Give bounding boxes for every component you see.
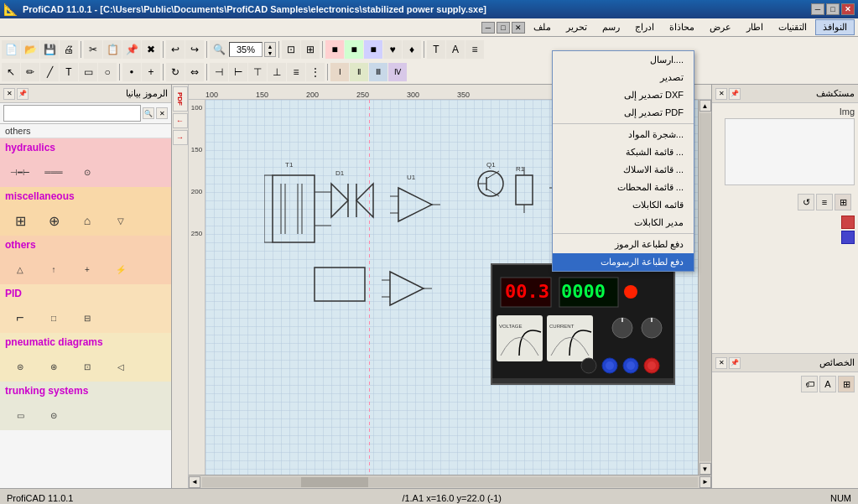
menu-frame[interactable]: اطار bbox=[740, 20, 770, 34]
mirror-tool[interactable]: ⇔ bbox=[185, 63, 204, 81]
sym-others-3[interactable]: + bbox=[74, 259, 101, 279]
dropdown-export-dxf[interactable]: DXF تصدير إلى bbox=[553, 86, 694, 104]
dropdown-print-drawings[interactable]: دفع لطباعة الرسومات bbox=[553, 253, 694, 271]
sym-pneumatic-4[interactable]: ◁ bbox=[107, 356, 134, 377]
zoom-up-button[interactable]: ▲ bbox=[268, 44, 273, 49]
new-button[interactable]: 📄 bbox=[2, 40, 20, 59]
color1-button[interactable]: ■ bbox=[325, 40, 344, 59]
menu-draw[interactable]: رسم bbox=[595, 20, 627, 34]
color-red-button[interactable] bbox=[841, 216, 855, 229]
menu-align[interactable]: محاذاة bbox=[663, 20, 701, 34]
junction-tool[interactable]: ● bbox=[122, 63, 141, 81]
props-pin-button[interactable]: 📌 bbox=[729, 357, 741, 369]
sys-close-button[interactable]: ✕ bbox=[512, 22, 525, 34]
dropdown-tree[interactable]: ...شجرة المواد bbox=[553, 126, 694, 143]
scroll-left-button[interactable]: ◄ bbox=[189, 476, 200, 488]
prop2-button[interactable]: A bbox=[446, 40, 465, 59]
pointer-tool[interactable]: ↖ bbox=[2, 63, 20, 81]
rp-btn3[interactable]: ↺ bbox=[798, 194, 814, 210]
grid-button[interactable]: ⊞ bbox=[301, 40, 320, 59]
left-panel-pin-button[interactable]: 📌 bbox=[17, 88, 29, 100]
pdf-btn3[interactable]: → bbox=[173, 130, 188, 145]
menu-windows[interactable]: النوافذ bbox=[815, 19, 855, 35]
sym-trunking-1[interactable]: ▭ bbox=[7, 405, 34, 425]
explorer-pin-button[interactable]: 📌 bbox=[729, 88, 741, 100]
center-v-button[interactable]: ⋮ bbox=[306, 63, 325, 81]
rp-btn2[interactable]: ≡ bbox=[816, 194, 833, 210]
color3-button[interactable]: ■ bbox=[364, 40, 382, 59]
layer1-button[interactable]: Ⅰ bbox=[330, 63, 349, 81]
color5-button[interactable]: ♦ bbox=[403, 40, 421, 59]
category-pid-label[interactable]: PID bbox=[0, 284, 171, 303]
zoom-down-button[interactable]: ▼ bbox=[268, 50, 273, 56]
layer2-button[interactable]: Ⅱ bbox=[350, 63, 368, 81]
search-input[interactable] bbox=[3, 105, 141, 122]
rect-tool[interactable]: ▭ bbox=[79, 63, 97, 81]
props-btn3[interactable]: 🏷 bbox=[801, 376, 818, 392]
category-trunking-label[interactable]: trunking systems bbox=[0, 382, 171, 400]
sym-pneumatic-2[interactable]: ⊛ bbox=[40, 356, 67, 377]
dropdown-send[interactable]: ....ارسال bbox=[553, 51, 694, 69]
zoom-in-button[interactable]: 🔍 bbox=[210, 40, 228, 59]
redo-button[interactable]: ↪ bbox=[185, 40, 204, 59]
vertical-scrollbar[interactable]: ▲ ▼ bbox=[698, 100, 711, 475]
sym-others-4[interactable]: ⚡ bbox=[107, 259, 134, 279]
sym-others-2[interactable]: ↑ bbox=[40, 259, 67, 279]
sym-misc-3[interactable]: ⌂ bbox=[74, 210, 101, 231]
save-button[interactable]: 💾 bbox=[40, 40, 59, 59]
sym-pid-1[interactable]: ⌐ bbox=[7, 308, 34, 328]
pdf-button[interactable]: PDF bbox=[173, 86, 188, 112]
paste-button[interactable]: 📌 bbox=[122, 40, 141, 59]
rotate-tool[interactable]: ↻ bbox=[166, 63, 185, 81]
align-right-button[interactable]: ⊢ bbox=[229, 63, 247, 81]
align-bottom-button[interactable]: ⊥ bbox=[268, 63, 286, 81]
search-button[interactable]: 🔍 bbox=[143, 107, 154, 119]
symbol-list[interactable]: hydraulics ⊣━⊢ ═══ ⊙ miscellaneous ⊞ ⊕ ⌂… bbox=[0, 138, 171, 488]
wire-tool[interactable]: ✏ bbox=[21, 63, 39, 81]
dropdown-stations-list[interactable]: ... قائمة المحطات bbox=[553, 179, 694, 196]
sym-misc-1[interactable]: ⊞ bbox=[7, 210, 34, 231]
dropdown-wires-list[interactable]: ... قائمة الاسلاك bbox=[553, 161, 694, 179]
scroll-up-button[interactable]: ▲ bbox=[699, 100, 711, 112]
close-button[interactable]: ✕ bbox=[841, 3, 855, 15]
dropdown-export-pdf[interactable]: PDF تصدير إلى bbox=[553, 104, 694, 122]
dropdown-cables-list[interactable]: قائمه الكابلات bbox=[553, 196, 694, 214]
print-button[interactable]: 🖨 bbox=[60, 40, 78, 59]
fit-button[interactable]: ⊡ bbox=[282, 40, 300, 59]
category-hydraulics-label[interactable]: hydraulics bbox=[0, 138, 171, 157]
layer3-button[interactable]: Ⅲ bbox=[369, 63, 387, 81]
align-left-button[interactable]: ⊣ bbox=[210, 63, 228, 81]
color2-button[interactable]: ■ bbox=[345, 40, 363, 59]
sym-misc-4[interactable]: ▽ bbox=[107, 210, 134, 231]
copy-button[interactable]: 📋 bbox=[103, 40, 122, 59]
props-close-button[interactable]: ✕ bbox=[715, 357, 727, 369]
sym-others-1[interactable]: △ bbox=[7, 259, 34, 279]
circle-tool[interactable]: ○ bbox=[98, 63, 117, 81]
scroll-down-button[interactable]: ▼ bbox=[699, 463, 711, 475]
props-btn1[interactable]: ⊞ bbox=[838, 376, 855, 392]
color4-button[interactable]: ♥ bbox=[383, 40, 402, 59]
prop3-button[interactable]: ≡ bbox=[465, 40, 484, 59]
clear-search-button[interactable]: ✕ bbox=[156, 107, 168, 119]
sym-hydraulics-2[interactable]: ═══ bbox=[40, 162, 67, 182]
category-misc-label[interactable]: miscellaneous bbox=[0, 187, 171, 205]
rp-btn1[interactable]: ⊞ bbox=[835, 194, 851, 210]
text-tool[interactable]: T bbox=[60, 63, 78, 81]
sym-pneumatic-3[interactable]: ⊡ bbox=[74, 356, 101, 377]
scrollbar-thumb-v[interactable] bbox=[699, 113, 711, 461]
category-others-label[interactable]: others bbox=[0, 236, 171, 254]
align-top-button[interactable]: ⊤ bbox=[248, 63, 267, 81]
color-blue-button[interactable] bbox=[841, 231, 855, 244]
line-tool[interactable]: ╱ bbox=[40, 63, 59, 81]
maximize-button[interactable]: □ bbox=[826, 3, 840, 15]
props-btn2[interactable]: A bbox=[819, 376, 836, 392]
sym-pneumatic-1[interactable]: ⊜ bbox=[7, 356, 34, 377]
pdf-btn2[interactable]: ← bbox=[173, 113, 188, 128]
delete-button[interactable]: ✖ bbox=[142, 40, 160, 59]
layer4-button[interactable]: Ⅳ bbox=[388, 63, 407, 81]
sym-misc-2[interactable]: ⊕ bbox=[40, 210, 67, 231]
sym-trunking-2[interactable]: ⊝ bbox=[40, 405, 67, 425]
minimize-button[interactable]: ─ bbox=[811, 3, 824, 15]
open-button[interactable]: 📂 bbox=[21, 40, 39, 59]
menu-view[interactable]: عرض bbox=[703, 20, 738, 34]
